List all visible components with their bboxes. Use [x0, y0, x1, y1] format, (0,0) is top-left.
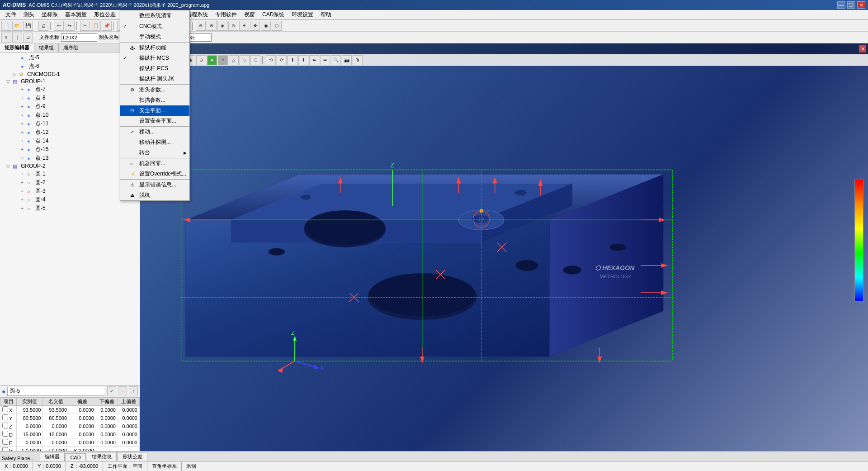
- tb-btn-g[interactable]: ◉: [261, 21, 271, 31]
- browse-button[interactable]: ⋯: [118, 386, 127, 396]
- expand-icon[interactable]: +: [21, 206, 27, 211]
- vp-tb-btn7[interactable]: ●: [207, 55, 217, 65]
- menu-probe[interactable]: 测头: [20, 10, 38, 19]
- tree-item-circle5[interactable]: + ○ 圆-5: [0, 204, 140, 213]
- tab-cad[interactable]: CAD: [66, 453, 86, 461]
- tb-copy[interactable]: 📋: [91, 21, 101, 31]
- expand-icon[interactable]: +: [21, 87, 27, 92]
- expand-icon[interactable]: +: [21, 121, 27, 126]
- tb2-btn2[interactable]: ∥: [12, 33, 22, 43]
- ctx-safety-plane[interactable]: ⊟ 安全平面...: [120, 105, 189, 116]
- expand-icon[interactable]: +: [21, 138, 27, 143]
- vp-tb-btn9[interactable]: △: [229, 55, 239, 65]
- tb2-btn1[interactable]: ≡: [1, 33, 11, 43]
- vp-tb-btn14[interactable]: ⬆: [288, 55, 297, 65]
- expand-icon[interactable]: +: [21, 180, 27, 185]
- tb-new[interactable]: 📄: [1, 21, 11, 31]
- minimize-button[interactable]: —: [837, 1, 845, 9]
- expand-icon[interactable]: +: [21, 197, 27, 202]
- ctx-joystick-pcs[interactable]: 操纵杆 PCS: [120, 63, 189, 74]
- tree-item-pt15[interactable]: + ● 点-15: [0, 145, 140, 154]
- tree-tab-result-group[interactable]: 结果组: [34, 43, 59, 52]
- tree-item-pt5[interactable]: ● 点-5: [0, 53, 140, 62]
- tree-item-group1[interactable]: ▽ ▤ GROUP-1: [0, 78, 140, 85]
- expand-icon[interactable]: +: [21, 113, 27, 118]
- ctx-move[interactable]: ↗ 移动...: [120, 126, 189, 137]
- tree-item-circle3[interactable]: + ○ 圆-3: [0, 187, 140, 195]
- tab-shape-tol[interactable]: 形状公差: [118, 452, 147, 461]
- vp-tb-btn13[interactable]: ⟳: [277, 55, 287, 65]
- ctx-cnc-mode[interactable]: ✓ CNC模式: [120, 21, 189, 32]
- vp-tb-btn19[interactable]: 📷: [342, 55, 352, 65]
- tree-item-pt11[interactable]: + ● 点-11: [0, 119, 140, 128]
- expand-icon[interactable]: ▷: [13, 72, 19, 77]
- expand-icon[interactable]: +: [21, 104, 27, 109]
- expand-icon[interactable]: +: [21, 171, 27, 176]
- edit-input[interactable]: [7, 387, 105, 396]
- menu-help[interactable]: 帮助: [317, 10, 335, 19]
- tb-cut[interactable]: ✂: [80, 21, 90, 31]
- expand-icon[interactable]: ▽: [6, 79, 13, 84]
- filename-input[interactable]: [61, 33, 97, 42]
- tb-redo[interactable]: ↪: [65, 21, 75, 31]
- tb-btn-a[interactable]: ⊕: [196, 21, 206, 31]
- menu-special[interactable]: 专用软件: [212, 10, 241, 19]
- tb-open[interactable]: 📂: [12, 21, 22, 31]
- menu-cad[interactable]: CAD系统: [259, 10, 288, 19]
- expand-icon[interactable]: +: [21, 189, 27, 194]
- tb-btn-h[interactable]: ⬡: [272, 21, 282, 31]
- tree-item-pt9[interactable]: + ● 点-9: [0, 102, 140, 111]
- expand-icon[interactable]: ▽: [6, 164, 13, 169]
- menu-file[interactable]: 文件: [2, 10, 20, 19]
- close-button[interactable]: ✕: [857, 1, 865, 9]
- ctx-joystick-mcs[interactable]: ✓ 操纵杆 MCS: [120, 53, 189, 63]
- tb-save[interactable]: 💾: [23, 21, 33, 31]
- up-button[interactable]: ↑: [129, 386, 138, 396]
- tree-item-pt13[interactable]: + ● 点-13: [0, 154, 140, 162]
- ctx-probe-params[interactable]: ⚙ 测头参数...: [120, 84, 189, 95]
- ctx-clear-cnc[interactable]: 数控系统清零: [120, 10, 189, 21]
- viewport-close-button[interactable]: ✕: [859, 45, 866, 52]
- tb-undo[interactable]: ↩: [54, 21, 64, 31]
- vp-tb-btn12[interactable]: ⟲: [266, 55, 276, 65]
- tb-btn-c[interactable]: ◈: [217, 21, 227, 31]
- vp-tb-btn16[interactable]: ⬅: [309, 55, 319, 65]
- tree-item-circle2[interactable]: + ○ 圆-2: [0, 178, 140, 187]
- tree-item-cncmode1[interactable]: ▷ ⚙ CNCMODE-1: [0, 71, 140, 78]
- tree-tab-rect-editor[interactable]: 矩形编辑器: [0, 43, 34, 52]
- menu-shape-tol[interactable]: 形位公差: [90, 10, 119, 19]
- ctx-turntable[interactable]: 转台 ▶: [120, 147, 189, 158]
- ctx-logout[interactable]: ⏏ 脱机: [120, 190, 189, 200]
- tree-item-pt6[interactable]: ● 点-6: [0, 62, 140, 71]
- confirm-button[interactable]: ✓: [107, 386, 116, 396]
- expand-icon[interactable]: +: [21, 130, 27, 135]
- ctx-set-safety-plane[interactable]: 设置安全平面...: [120, 116, 189, 126]
- ctx-set-override[interactable]: ⚡ 设置Override模式...: [120, 169, 189, 179]
- menu-env[interactable]: 环境设置: [288, 10, 317, 19]
- ctx-manual-mode[interactable]: 手动模式: [120, 32, 189, 42]
- tb-print[interactable]: 🖨: [38, 21, 48, 31]
- menu-basic-measure[interactable]: 基本测量: [61, 10, 90, 19]
- expand-icon[interactable]: +: [21, 95, 27, 100]
- tree-tab-sequence[interactable]: 顺序组: [59, 43, 83, 52]
- ctx-machine-home[interactable]: ⌂ 机器回零...: [120, 158, 189, 169]
- tb-btn-e[interactable]: ✦: [239, 21, 249, 31]
- tree-item-pt10[interactable]: + ● 点-10: [0, 111, 140, 119]
- tree-item-pt14[interactable]: + ● 点-14: [0, 137, 140, 145]
- tree-item-circle4[interactable]: + ○ 圆-4: [0, 195, 140, 204]
- vp-tb-btn11[interactable]: ⬡: [250, 55, 260, 65]
- tab-editor[interactable]: 编辑器: [40, 452, 65, 461]
- restore-button[interactable]: ❐: [847, 1, 855, 9]
- vp-tb-btn10[interactable]: ◇: [240, 55, 250, 65]
- tree-item-group2[interactable]: ▽ ▤ GROUP-2: [0, 162, 140, 170]
- vp-tb-btn8[interactable]: ○: [218, 55, 228, 65]
- tree-item-pt7[interactable]: + ● 点-7: [0, 85, 140, 94]
- menu-coord[interactable]: 坐标系: [38, 10, 61, 19]
- ctx-scan-params[interactable]: 扫描参数...: [120, 95, 189, 105]
- tab-result-info[interactable]: 结果信息: [87, 452, 117, 461]
- tb2-btn3[interactable]: ⊿: [23, 33, 33, 43]
- tree-item-pt12[interactable]: + ● 点-12: [0, 128, 140, 137]
- tb-btn-f[interactable]: ❖: [250, 21, 260, 31]
- vp-tb-btn15[interactable]: ⬇: [298, 55, 308, 65]
- tree-item-circle1[interactable]: + ○ 圆-1: [0, 170, 140, 178]
